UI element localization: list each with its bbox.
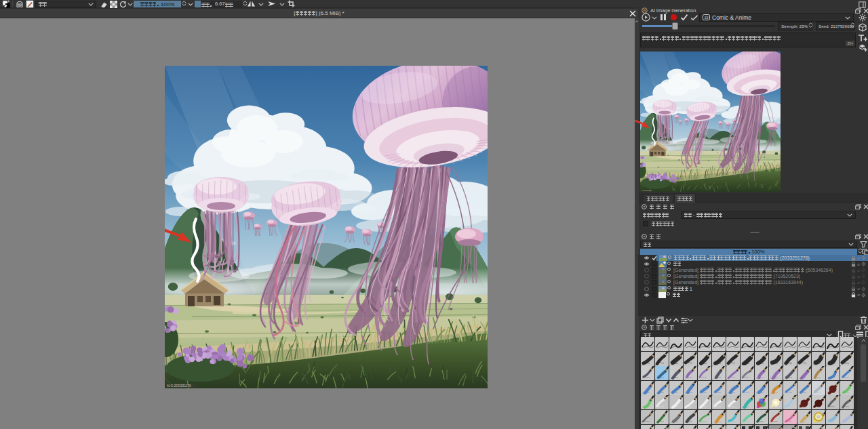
svg-text:15: 15 (704, 16, 708, 20)
